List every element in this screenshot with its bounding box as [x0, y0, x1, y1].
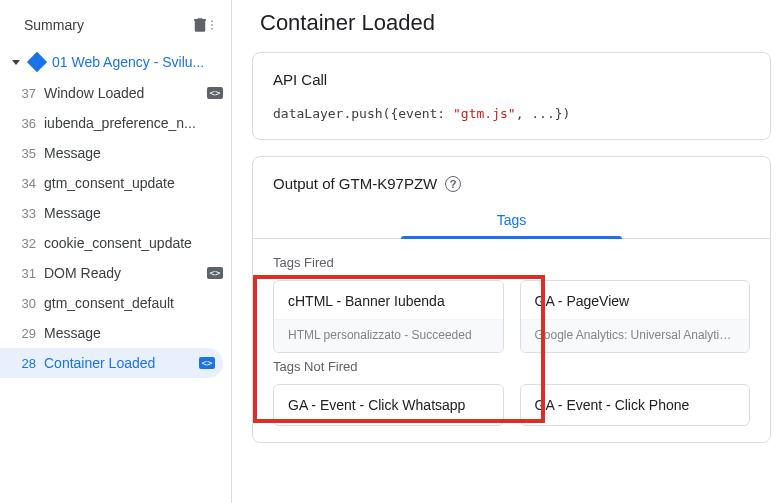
summary-label: Summary	[24, 17, 84, 33]
code-chip-icon: <>	[207, 87, 223, 99]
svg-point-1	[211, 24, 213, 26]
sidebar: Summary 01 Web Agency - Svilu... 37Windo…	[0, 0, 232, 503]
event-item-active[interactable]: 28Container Loaded<>	[0, 348, 223, 378]
svg-point-0	[211, 21, 213, 23]
tags-fired-label: Tags Fired	[273, 255, 750, 270]
caret-down-icon	[12, 60, 20, 65]
event-item[interactable]: 30gtm_consent_default	[0, 288, 231, 318]
event-list: 37Window Loaded<> 36iubenda_preference_n…	[0, 78, 231, 378]
event-item[interactable]: 29Message	[0, 318, 231, 348]
tags-fired-section: Tags Fired cHTML - Banner Iubenda HTML p…	[253, 239, 770, 359]
clear-icon[interactable]	[191, 16, 215, 34]
summary-row[interactable]: Summary	[0, 8, 231, 46]
container-name: 01 Web Agency - Svilu...	[52, 54, 204, 70]
tag-subtitle: Google Analytics: Universal Analytics - …	[521, 319, 750, 352]
tag-fired-card[interactable]: cHTML - Banner Iubenda HTML personalizza…	[273, 280, 504, 353]
code-chip-icon: <>	[207, 267, 223, 279]
tags-not-fired-label: Tags Not Fired	[273, 359, 750, 374]
event-item[interactable]: 32cookie_consent_update	[0, 228, 231, 258]
event-item[interactable]: 35Message	[0, 138, 231, 168]
main-panel: Container Loaded API Call dataLayer.push…	[232, 0, 779, 503]
svg-point-2	[211, 28, 213, 30]
help-icon[interactable]: ?	[445, 176, 461, 192]
tab-tags[interactable]: Tags	[481, 202, 543, 238]
tag-title: GA - PageView	[521, 281, 750, 319]
tag-title: cHTML - Banner Iubenda	[274, 281, 503, 319]
code-chip-icon: <>	[199, 357, 215, 369]
event-item[interactable]: 34gtm_consent_update	[0, 168, 231, 198]
tag-not-fired-card[interactable]: GA - Event - Click Phone	[520, 384, 751, 426]
tabs: Tags	[253, 202, 770, 239]
tag-fired-card[interactable]: GA - PageView Google Analytics: Universa…	[520, 280, 751, 353]
api-call-code: dataLayer.push({event: "gtm.js", ...})	[273, 106, 750, 121]
event-item[interactable]: 37Window Loaded<>	[0, 78, 231, 108]
output-title: Output of GTM-K97PZW	[273, 175, 437, 192]
page-title: Container Loaded	[252, 10, 771, 36]
event-item[interactable]: 36iubenda_preference_n...	[0, 108, 231, 138]
output-card: Output of GTM-K97PZW ? Tags Tags Fired c…	[252, 156, 771, 443]
event-item[interactable]: 31DOM Ready<>	[0, 258, 231, 288]
event-item[interactable]: 33Message	[0, 198, 231, 228]
container-row[interactable]: 01 Web Agency - Svilu...	[0, 46, 231, 78]
tag-subtitle: HTML personalizzato - Succeeded	[274, 319, 503, 352]
api-call-title: API Call	[273, 71, 750, 88]
diamond-icon	[27, 52, 47, 72]
tag-not-fired-card[interactable]: GA - Event - Click Whatsapp	[273, 384, 504, 426]
api-call-card: API Call dataLayer.push({event: "gtm.js"…	[252, 52, 771, 140]
tags-not-fired-section: Tags Not Fired GA - Event - Click Whatsa…	[253, 359, 770, 442]
